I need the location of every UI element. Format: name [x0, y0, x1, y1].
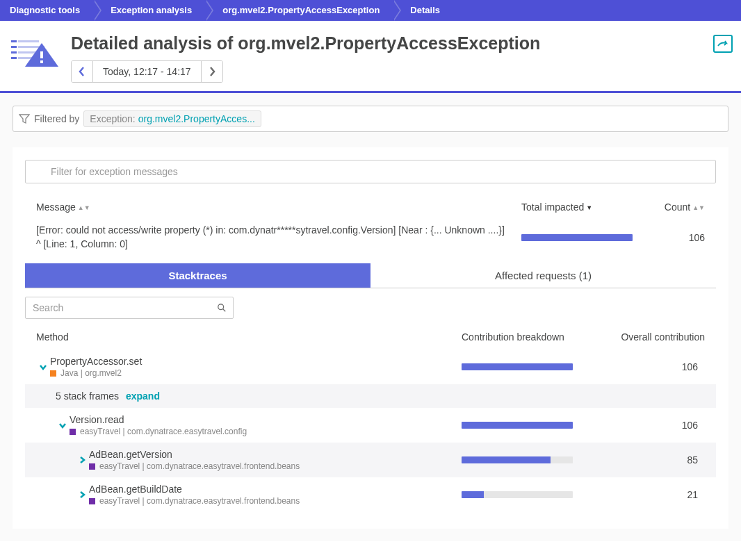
col-count[interactable]: Count▲▼ [649, 201, 705, 213]
svg-rect-6 [11, 57, 17, 59]
share-button[interactable] [713, 35, 733, 53]
col-breakdown: Contribution breakdown [462, 331, 601, 343]
time-prev-button[interactable] [72, 61, 92, 82]
method-name: AdBean.getVersion [89, 449, 462, 460]
funnel-icon [19, 113, 30, 124]
tab-affected-requests[interactable]: Affected requests (1) [370, 263, 716, 288]
filter-pill-value: org.mvel2.PropertyAcces... [138, 113, 255, 124]
svg-rect-1 [18, 40, 39, 42]
expand-toggle[interactable] [75, 490, 89, 500]
page-header: Detailed analysis of org.mvel2.PropertyA… [0, 21, 741, 93]
breadcrumb-item-0[interactable]: Diagnostic tools [0, 0, 94, 21]
contribution-count: 85 [601, 454, 705, 466]
tech-badge [70, 429, 76, 435]
time-next-button[interactable] [202, 61, 222, 82]
contribution-bar [462, 363, 573, 370]
breadcrumb: Diagnostic tools Exception analysis org.… [0, 0, 741, 21]
filter-pill-key: Exception: [90, 113, 135, 124]
time-range-label[interactable]: Today, 12:17 - 14:17 [92, 61, 202, 82]
svg-rect-0 [11, 40, 17, 42]
contribution-bar [462, 491, 573, 498]
tech-badge [89, 498, 95, 504]
svg-rect-8 [40, 51, 43, 58]
breadcrumb-item-1[interactable]: Exception analysis [94, 0, 206, 21]
chevron-down-icon [58, 420, 67, 430]
expand-toggle[interactable] [75, 455, 89, 465]
svg-rect-2 [11, 46, 17, 48]
method-meta: easyTravel | com.dynatrace.easytravel.fr… [89, 496, 462, 506]
chevron-right-icon [77, 490, 87, 500]
expand-link[interactable]: expand [126, 390, 160, 402]
chevron-right-icon [77, 455, 87, 465]
message-text: [Error: could not access/write property … [36, 224, 510, 251]
stacktrace-search-input[interactable] [25, 297, 234, 319]
page-title: Detailed analysis of org.mvel2.PropertyA… [71, 33, 713, 53]
svg-rect-4 [11, 51, 17, 53]
time-range-selector: Today, 12:17 - 14:17 [71, 60, 223, 83]
filter-bar: Filtered by Exception: org.mvel2.Propert… [13, 106, 728, 132]
trace-row[interactable]: Version.readeasyTravel | com.dynatrace.e… [25, 408, 716, 443]
method-name: Version.read [70, 414, 462, 425]
trace-row[interactable]: PropertyAccessor.setJava | org.mvel2106 [25, 349, 716, 384]
chevron-right-icon [209, 67, 215, 76]
chevron-down-icon [38, 362, 48, 372]
expand-toggle[interactable] [56, 420, 70, 430]
expand-toggle[interactable] [36, 362, 50, 372]
contribution-count: 106 [601, 361, 705, 372]
filter-pill[interactable]: Exception: org.mvel2.PropertyAcces... [83, 110, 261, 127]
frames-label: 5 stack frames [56, 390, 119, 402]
col-impacted[interactable]: Total impacted ▼ [510, 201, 649, 213]
col-message[interactable]: Message▲▼ [36, 201, 510, 213]
method-name: PropertyAccessor.set [50, 356, 462, 367]
impact-bar [521, 234, 633, 241]
col-overall: Overall contribution [601, 331, 705, 343]
chevron-left-icon [79, 67, 86, 76]
message-count: 106 [649, 232, 705, 243]
message-row[interactable]: [Error: could not access/write property … [25, 218, 716, 256]
trace-row[interactable]: AdBean.getBuildDateeasyTravel | com.dyna… [25, 477, 716, 512]
tech-badge [89, 463, 95, 470]
breadcrumb-item-2[interactable]: org.mvel2.PropertyAccessException [206, 0, 393, 21]
contribution-bar [462, 422, 573, 429]
trace-row[interactable]: 5 stack frames expand [25, 384, 716, 408]
svg-line-11 [223, 309, 226, 312]
contribution-count: 21 [601, 489, 705, 500]
tab-stacktraces[interactable]: Stacktraces [25, 263, 370, 288]
filter-by-label: Filtered by [34, 113, 79, 124]
col-method: Method [36, 331, 462, 343]
message-table-header: Message▲▼ Total impacted ▼ Count▲▼ [25, 196, 716, 218]
share-icon [717, 39, 729, 49]
search-icon [217, 303, 227, 313]
contribution-count: 106 [601, 420, 705, 431]
detail-tabs: Stacktraces Affected requests (1) [25, 263, 716, 288]
method-meta: easyTravel | com.dynatrace.easytravel.fr… [89, 461, 462, 471]
trace-row[interactable]: AdBean.getVersioneasyTravel | com.dynatr… [25, 443, 716, 477]
breadcrumb-item-3[interactable]: Details [393, 0, 454, 21]
svg-point-10 [218, 304, 224, 310]
svg-rect-9 [40, 60, 43, 63]
method-name: AdBean.getBuildDate [89, 484, 462, 495]
tech-badge [50, 370, 56, 377]
method-meta: Java | org.mvel2 [50, 368, 462, 378]
main-panel: Message▲▼ Total impacted ▼ Count▲▼ [Erro… [13, 147, 728, 529]
method-meta: easyTravel | com.dynatrace.easytravel.co… [70, 427, 462, 436]
exception-icon [10, 33, 61, 72]
contribution-bar [462, 456, 573, 463]
trace-table-header: Method Contribution breakdown Overall co… [25, 319, 716, 349]
message-filter-input[interactable] [25, 160, 716, 183]
